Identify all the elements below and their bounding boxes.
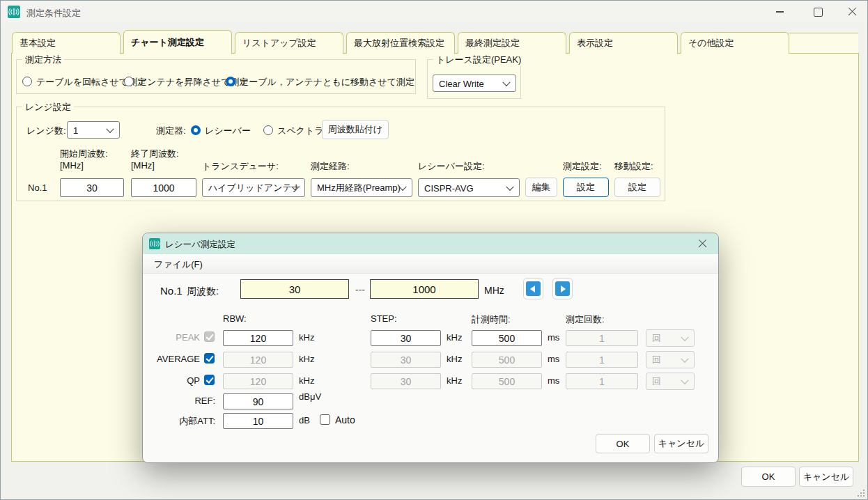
transducer-header: トランスデューサ:	[202, 160, 279, 173]
ok-button[interactable]: OK	[741, 467, 796, 487]
tab-strip-filler	[789, 33, 858, 54]
dialog-title: レシーバ測定設定	[165, 239, 235, 251]
start-frequency-unit-header: [MHz]	[60, 160, 84, 171]
tab-label: その他設定	[688, 37, 734, 49]
tab-listup-settings[interactable]: リストアップ設定	[235, 32, 343, 54]
movement-setting-button[interactable]: 設定	[614, 178, 660, 197]
measurement-method-legend: 測定方法	[22, 54, 64, 66]
tab-final-measurement-settings[interactable]: 最終測定設定	[458, 32, 566, 54]
radio-raise-lower-antenna[interactable]	[124, 77, 134, 86]
chevron-down-icon	[681, 333, 688, 341]
average-count-input	[566, 352, 638, 368]
receiver-setting-value: CISPR-AVG	[424, 182, 474, 193]
radio-move-table-and-antenna-label[interactable]: テーブル，アンテナともに移動させて測定	[240, 76, 414, 88]
frequency-start-input[interactable]	[240, 279, 349, 299]
tab-max-emission-position-search-settings[interactable]: 最大放射位置検索設定	[346, 32, 455, 54]
peak-rbw-input[interactable]	[223, 330, 293, 346]
step-header: STEP:	[371, 313, 397, 324]
path-header: 測定経路:	[311, 160, 350, 173]
minimize-button[interactable]	[764, 1, 796, 23]
range-count-select[interactable]: 1	[67, 121, 120, 139]
radio-spectrum-analyzer[interactable]	[263, 125, 273, 135]
internal-att-unit: dB	[299, 415, 310, 425]
paste-frequency-button[interactable]: 周波数貼付け	[322, 120, 389, 139]
dialog-close-button[interactable]	[689, 233, 717, 254]
range-settings-legend: レンジ設定	[22, 101, 74, 114]
window-title: 測定条件設定	[26, 7, 81, 19]
edit-receiver-setting-button[interactable]: 編集	[525, 178, 557, 197]
measurement-path-value: MHz用経路(Preamp)	[317, 182, 401, 194]
internal-att-label: 内部ATT:	[143, 415, 215, 428]
range-count-value: 1	[73, 125, 78, 135]
tab-label: 最終測定設定	[465, 37, 520, 49]
qp-step-input	[371, 373, 441, 389]
transducer-select[interactable]: ハイブリッドアンテナ	[202, 178, 305, 197]
chevron-down-icon	[502, 78, 510, 86]
chevron-down-icon	[681, 354, 688, 362]
ref-input[interactable]	[223, 393, 293, 409]
tab-other-settings[interactable]: その他設定	[681, 32, 789, 54]
instrument-label: 測定器:	[156, 125, 186, 137]
trace-mode-select[interactable]: Clear Write	[433, 75, 516, 92]
frequency-end-input[interactable]	[370, 279, 479, 299]
peak-step-input[interactable]	[371, 330, 441, 346]
start-frequency-input[interactable]	[60, 178, 124, 197]
dialog-cancel-button[interactable]: キャンセル	[654, 434, 708, 453]
trace-settings-legend: トレース設定(PEAK)	[433, 54, 524, 66]
peak-label: PEAK	[143, 332, 200, 343]
qp-checkbox[interactable]	[204, 375, 215, 385]
average-rbw-input	[223, 352, 293, 368]
end-frequency-header: 終了周波数:	[131, 148, 179, 160]
cancel-button[interactable]: キャンセル	[799, 467, 853, 487]
average-time-unit: ms	[548, 354, 559, 364]
app-icon	[8, 6, 20, 18]
qp-count-unit-select: 回	[646, 373, 695, 390]
previous-range-button[interactable]	[523, 278, 543, 299]
radio-receiver-label[interactable]: レシーバー	[205, 125, 251, 137]
qp-step-unit: kHz	[447, 375, 462, 386]
tab-chart-measurement-settings[interactable]: チャート測定設定	[123, 30, 232, 54]
frequency-separator: ---	[355, 284, 365, 295]
att-auto-checkbox[interactable]	[320, 414, 330, 425]
average-checkbox[interactable]	[204, 353, 215, 364]
close-button[interactable]	[837, 1, 868, 23]
tab-display-settings[interactable]: 表示設定	[569, 32, 678, 54]
peak-time-input[interactable]	[472, 330, 542, 346]
average-step-input	[371, 352, 441, 368]
radio-move-table-and-antenna[interactable]	[226, 77, 235, 86]
arrow-left-icon	[526, 281, 541, 296]
trace-settings-group: トレース設定(PEAK) Clear Write	[427, 59, 521, 99]
peak-count-unit-value: 回	[652, 332, 661, 345]
frequency-unit-label: MHz	[484, 285, 504, 296]
tab-basic-settings[interactable]: 基本設定	[12, 32, 121, 54]
end-frequency-input[interactable]	[131, 178, 196, 197]
resize-grip[interactable]	[856, 488, 865, 497]
radio-receiver[interactable]	[191, 125, 201, 135]
range-settings-group: レンジ設定 レンジ数: 1 測定器: レシーバー スペクトラムアナライザ 周波数…	[16, 107, 665, 201]
qp-count-unit-value: 回	[652, 375, 661, 388]
dialog-ok-button[interactable]: OK	[596, 434, 650, 453]
tab-label: 基本設定	[20, 37, 56, 49]
att-auto-label[interactable]: Auto	[335, 414, 355, 425]
internal-att-input[interactable]	[223, 413, 293, 429]
close-icon	[698, 239, 708, 249]
menu-file[interactable]: ファイル(F)	[154, 258, 203, 271]
qp-rbw-unit: kHz	[299, 375, 314, 386]
average-time-input	[472, 352, 542, 368]
range-row-number: No.1	[28, 182, 47, 193]
close-icon	[848, 7, 858, 17]
maximize-button[interactable]	[802, 1, 834, 23]
qp-time-unit: ms	[548, 375, 559, 386]
measurement-setting-header: 測定設定:	[563, 160, 602, 173]
frequency-label: 周波数:	[187, 286, 219, 298]
receiver-setting-select[interactable]: CISPR-AVG	[418, 178, 520, 197]
measurement-setting-button[interactable]: 設定	[563, 178, 609, 197]
measurement-conditions-window: 測定条件設定 基本設定 チャート測定設定 リストアップ設定 最大放射位置検索設定…	[0, 0, 868, 500]
movement-setting-header: 移動設定:	[614, 160, 653, 173]
peak-count-unit-select: 回	[646, 329, 695, 347]
radio-rotate-table[interactable]	[22, 77, 32, 86]
app-icon	[149, 238, 160, 249]
measurement-path-select[interactable]: MHz用経路(Preamp)	[311, 178, 412, 197]
next-range-button[interactable]	[552, 278, 573, 299]
peak-checkbox	[204, 331, 215, 342]
